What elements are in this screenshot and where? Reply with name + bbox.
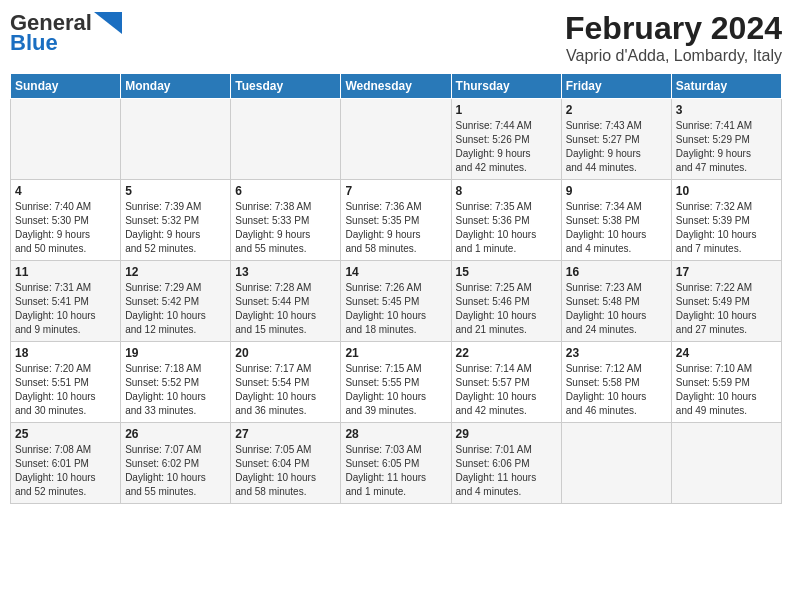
page-subtitle: Vaprio d'Adda, Lombardy, Italy [565, 47, 782, 65]
day-info: Sunrise: 7:36 AM Sunset: 5:35 PM Dayligh… [345, 200, 446, 256]
calendar-cell: 22Sunrise: 7:14 AM Sunset: 5:57 PM Dayli… [451, 342, 561, 423]
title-block: February 2024 Vaprio d'Adda, Lombardy, I… [565, 10, 782, 65]
calendar-cell: 2Sunrise: 7:43 AM Sunset: 5:27 PM Daylig… [561, 99, 671, 180]
day-info: Sunrise: 7:15 AM Sunset: 5:55 PM Dayligh… [345, 362, 446, 418]
day-number: 16 [566, 265, 667, 279]
header-row: SundayMondayTuesdayWednesdayThursdayFrid… [11, 74, 782, 99]
calendar-week-row: 4Sunrise: 7:40 AM Sunset: 5:30 PM Daylig… [11, 180, 782, 261]
calendar-cell: 6Sunrise: 7:38 AM Sunset: 5:33 PM Daylig… [231, 180, 341, 261]
calendar-cell [231, 99, 341, 180]
calendar-cell: 5Sunrise: 7:39 AM Sunset: 5:32 PM Daylig… [121, 180, 231, 261]
header-cell-saturday: Saturday [671, 74, 781, 99]
day-number: 7 [345, 184, 446, 198]
calendar-cell: 12Sunrise: 7:29 AM Sunset: 5:42 PM Dayli… [121, 261, 231, 342]
calendar-week-row: 18Sunrise: 7:20 AM Sunset: 5:51 PM Dayli… [11, 342, 782, 423]
day-info: Sunrise: 7:17 AM Sunset: 5:54 PM Dayligh… [235, 362, 336, 418]
calendar-table: SundayMondayTuesdayWednesdayThursdayFrid… [10, 73, 782, 504]
calendar-cell: 16Sunrise: 7:23 AM Sunset: 5:48 PM Dayli… [561, 261, 671, 342]
calendar-cell: 4Sunrise: 7:40 AM Sunset: 5:30 PM Daylig… [11, 180, 121, 261]
day-number: 25 [15, 427, 116, 441]
day-info: Sunrise: 7:03 AM Sunset: 6:05 PM Dayligh… [345, 443, 446, 499]
calendar-header: SundayMondayTuesdayWednesdayThursdayFrid… [11, 74, 782, 99]
day-number: 5 [125, 184, 226, 198]
day-info: Sunrise: 7:35 AM Sunset: 5:36 PM Dayligh… [456, 200, 557, 256]
header-cell-friday: Friday [561, 74, 671, 99]
calendar-cell: 18Sunrise: 7:20 AM Sunset: 5:51 PM Dayli… [11, 342, 121, 423]
day-info: Sunrise: 7:38 AM Sunset: 5:33 PM Dayligh… [235, 200, 336, 256]
day-number: 1 [456, 103, 557, 117]
day-number: 28 [345, 427, 446, 441]
svg-marker-0 [94, 12, 122, 34]
calendar-cell: 24Sunrise: 7:10 AM Sunset: 5:59 PM Dayli… [671, 342, 781, 423]
logo: General Blue [10, 10, 122, 56]
calendar-cell [561, 423, 671, 504]
day-number: 13 [235, 265, 336, 279]
calendar-week-row: 25Sunrise: 7:08 AM Sunset: 6:01 PM Dayli… [11, 423, 782, 504]
calendar-week-row: 11Sunrise: 7:31 AM Sunset: 5:41 PM Dayli… [11, 261, 782, 342]
day-number: 10 [676, 184, 777, 198]
day-number: 29 [456, 427, 557, 441]
calendar-cell [341, 99, 451, 180]
day-number: 11 [15, 265, 116, 279]
calendar-cell: 3Sunrise: 7:41 AM Sunset: 5:29 PM Daylig… [671, 99, 781, 180]
day-info: Sunrise: 7:18 AM Sunset: 5:52 PM Dayligh… [125, 362, 226, 418]
day-info: Sunrise: 7:08 AM Sunset: 6:01 PM Dayligh… [15, 443, 116, 499]
day-number: 21 [345, 346, 446, 360]
calendar-cell [671, 423, 781, 504]
day-info: Sunrise: 7:32 AM Sunset: 5:39 PM Dayligh… [676, 200, 777, 256]
day-number: 8 [456, 184, 557, 198]
calendar-cell: 26Sunrise: 7:07 AM Sunset: 6:02 PM Dayli… [121, 423, 231, 504]
calendar-cell: 15Sunrise: 7:25 AM Sunset: 5:46 PM Dayli… [451, 261, 561, 342]
day-info: Sunrise: 7:07 AM Sunset: 6:02 PM Dayligh… [125, 443, 226, 499]
page-header: General Blue February 2024 Vaprio d'Adda… [10, 10, 782, 65]
calendar-cell: 17Sunrise: 7:22 AM Sunset: 5:49 PM Dayli… [671, 261, 781, 342]
day-info: Sunrise: 7:14 AM Sunset: 5:57 PM Dayligh… [456, 362, 557, 418]
day-number: 22 [456, 346, 557, 360]
header-cell-monday: Monday [121, 74, 231, 99]
day-number: 19 [125, 346, 226, 360]
day-info: Sunrise: 7:26 AM Sunset: 5:45 PM Dayligh… [345, 281, 446, 337]
header-cell-sunday: Sunday [11, 74, 121, 99]
calendar-cell: 28Sunrise: 7:03 AM Sunset: 6:05 PM Dayli… [341, 423, 451, 504]
day-number: 17 [676, 265, 777, 279]
day-number: 4 [15, 184, 116, 198]
day-number: 18 [15, 346, 116, 360]
day-number: 20 [235, 346, 336, 360]
day-info: Sunrise: 7:22 AM Sunset: 5:49 PM Dayligh… [676, 281, 777, 337]
day-number: 23 [566, 346, 667, 360]
calendar-cell: 14Sunrise: 7:26 AM Sunset: 5:45 PM Dayli… [341, 261, 451, 342]
day-info: Sunrise: 7:25 AM Sunset: 5:46 PM Dayligh… [456, 281, 557, 337]
day-info: Sunrise: 7:40 AM Sunset: 5:30 PM Dayligh… [15, 200, 116, 256]
calendar-week-row: 1Sunrise: 7:44 AM Sunset: 5:26 PM Daylig… [11, 99, 782, 180]
day-number: 6 [235, 184, 336, 198]
day-number: 3 [676, 103, 777, 117]
day-number: 12 [125, 265, 226, 279]
header-cell-wednesday: Wednesday [341, 74, 451, 99]
day-number: 9 [566, 184, 667, 198]
day-info: Sunrise: 7:28 AM Sunset: 5:44 PM Dayligh… [235, 281, 336, 337]
calendar-cell: 8Sunrise: 7:35 AM Sunset: 5:36 PM Daylig… [451, 180, 561, 261]
day-info: Sunrise: 7:31 AM Sunset: 5:41 PM Dayligh… [15, 281, 116, 337]
calendar-cell [121, 99, 231, 180]
day-info: Sunrise: 7:01 AM Sunset: 6:06 PM Dayligh… [456, 443, 557, 499]
day-number: 24 [676, 346, 777, 360]
day-info: Sunrise: 7:39 AM Sunset: 5:32 PM Dayligh… [125, 200, 226, 256]
calendar-cell: 27Sunrise: 7:05 AM Sunset: 6:04 PM Dayli… [231, 423, 341, 504]
calendar-cell: 25Sunrise: 7:08 AM Sunset: 6:01 PM Dayli… [11, 423, 121, 504]
calendar-cell: 19Sunrise: 7:18 AM Sunset: 5:52 PM Dayli… [121, 342, 231, 423]
calendar-cell: 20Sunrise: 7:17 AM Sunset: 5:54 PM Dayli… [231, 342, 341, 423]
calendar-cell: 7Sunrise: 7:36 AM Sunset: 5:35 PM Daylig… [341, 180, 451, 261]
day-info: Sunrise: 7:44 AM Sunset: 5:26 PM Dayligh… [456, 119, 557, 175]
day-info: Sunrise: 7:43 AM Sunset: 5:27 PM Dayligh… [566, 119, 667, 175]
day-info: Sunrise: 7:12 AM Sunset: 5:58 PM Dayligh… [566, 362, 667, 418]
day-info: Sunrise: 7:29 AM Sunset: 5:42 PM Dayligh… [125, 281, 226, 337]
header-cell-tuesday: Tuesday [231, 74, 341, 99]
day-number: 27 [235, 427, 336, 441]
logo-icon [94, 12, 122, 34]
calendar-body: 1Sunrise: 7:44 AM Sunset: 5:26 PM Daylig… [11, 99, 782, 504]
calendar-cell: 29Sunrise: 7:01 AM Sunset: 6:06 PM Dayli… [451, 423, 561, 504]
day-number: 14 [345, 265, 446, 279]
day-number: 15 [456, 265, 557, 279]
calendar-cell: 21Sunrise: 7:15 AM Sunset: 5:55 PM Dayli… [341, 342, 451, 423]
day-number: 2 [566, 103, 667, 117]
